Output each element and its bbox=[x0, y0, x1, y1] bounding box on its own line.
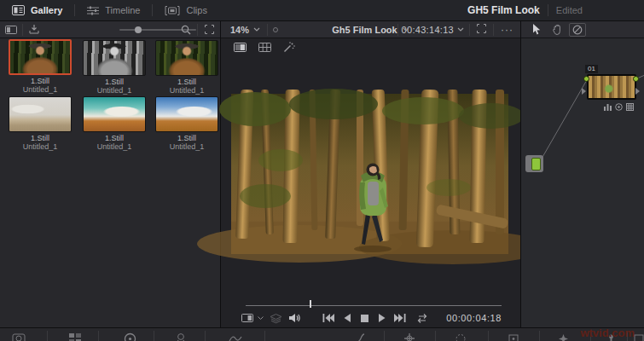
wipe-mode-button[interactable] bbox=[232, 42, 247, 53]
still-thumbnail[interactable] bbox=[83, 40, 146, 76]
rgb-mixer-icon[interactable] bbox=[229, 332, 242, 341]
still-thumbnail[interactable] bbox=[83, 96, 146, 132]
unmix-chevron[interactable] bbox=[256, 309, 264, 327]
gallery-expand-button[interactable] bbox=[198, 21, 220, 38]
playhead-marker[interactable] bbox=[310, 300, 311, 308]
still-item-5[interactable]: 1.Still Untitled_1 bbox=[83, 96, 146, 151]
stills-grid: 1.Still Untitled_1 1.Still Untitled_1 1.… bbox=[0, 38, 220, 327]
grab-still-icon bbox=[29, 25, 39, 34]
slider-thumb[interactable] bbox=[135, 26, 142, 33]
edited-status: Edited bbox=[556, 5, 583, 15]
album-panel-toggle-button[interactable] bbox=[0, 21, 22, 38]
viewer-expand-button[interactable] bbox=[470, 24, 493, 35]
selection-tool-button[interactable] bbox=[528, 23, 545, 37]
still-thumbnail[interactable] bbox=[9, 39, 72, 75]
node-rgb-input-dot[interactable] bbox=[583, 76, 589, 82]
pan-tool-button[interactable] bbox=[548, 23, 566, 37]
step-back-button[interactable] bbox=[340, 309, 354, 327]
audio-mute-button[interactable] bbox=[286, 309, 303, 327]
scopes-icon[interactable] bbox=[634, 332, 644, 341]
node-rgb-output-dot[interactable] bbox=[633, 76, 639, 82]
auto-color-button[interactable] bbox=[281, 42, 297, 53]
window-icon[interactable] bbox=[455, 332, 467, 341]
still-thumbnail[interactable] bbox=[155, 40, 218, 76]
still-subtitle: Untitled_1 bbox=[9, 142, 72, 151]
still-thumbnail[interactable] bbox=[155, 96, 218, 132]
watermark: wtvid.com bbox=[580, 327, 635, 339]
viewer-panel: 14% Gh5 Film Look 00:43:14:13 bbox=[221, 21, 520, 327]
viewer-video-frame[interactable] bbox=[231, 94, 508, 254]
grade-title: GH5 Film Look bbox=[467, 4, 540, 16]
viewer-options-menu[interactable]: ··· bbox=[494, 24, 520, 36]
viewer-zoom-control[interactable]: 14% bbox=[221, 25, 267, 35]
play-button[interactable] bbox=[375, 309, 389, 327]
go-to-first-frame-button[interactable] bbox=[320, 309, 337, 327]
davinci-resolve-color-page: Gallery Timeline Clips GH5 Film Look E bbox=[0, 0, 644, 341]
unmix-button[interactable] bbox=[240, 309, 255, 327]
bypass-dot-icon[interactable] bbox=[273, 27, 278, 32]
search-button[interactable] bbox=[175, 21, 197, 38]
image-wipe-icon bbox=[234, 43, 247, 52]
play-icon bbox=[379, 314, 386, 322]
hand-icon bbox=[553, 25, 562, 35]
clips-icon bbox=[165, 6, 180, 15]
stop-button[interactable] bbox=[357, 309, 371, 327]
tab-gallery[interactable]: Gallery bbox=[0, 0, 74, 20]
still-thumbnail[interactable] bbox=[9, 96, 72, 132]
still-subtitle: Untitled_1 bbox=[83, 142, 146, 151]
still-name: 1.Still bbox=[9, 134, 72, 142]
still-name: 1.Still bbox=[155, 134, 218, 142]
gallery-icon bbox=[12, 5, 25, 15]
source-node-green bbox=[531, 158, 541, 170]
go-to-last-frame-button[interactable] bbox=[392, 309, 409, 327]
still-item-4[interactable]: 1.Still Untitled_1 bbox=[9, 96, 72, 151]
hdr-wheels-icon[interactable] bbox=[175, 332, 187, 341]
node-panel: 01 bbox=[520, 21, 644, 327]
node-key-output-triangle[interactable] bbox=[635, 88, 640, 95]
lightbox-button[interactable] bbox=[267, 309, 284, 327]
chevron-down-icon bbox=[457, 27, 464, 32]
still-item-3[interactable]: 1.Still Untitled_1 bbox=[155, 40, 218, 95]
expand-icon bbox=[477, 24, 486, 33]
loop-button[interactable] bbox=[414, 309, 431, 327]
curves-icon[interactable] bbox=[352, 332, 365, 341]
viewer-scrub-bar[interactable] bbox=[246, 305, 502, 306]
source-timecode[interactable]: 00:43:14:13 bbox=[398, 25, 457, 35]
color-match-icon[interactable] bbox=[68, 332, 82, 341]
source-input-node[interactable] bbox=[525, 155, 543, 172]
qualifier-icon[interactable] bbox=[403, 332, 415, 341]
project-title-area: GH5 Film Look Edited bbox=[467, 4, 644, 16]
corrector-node-01[interactable] bbox=[587, 74, 636, 100]
viewer-toolbar: 14% Gh5 Film Look 00:43:14:13 bbox=[221, 21, 520, 38]
tab-timeline[interactable]: Timeline bbox=[75, 0, 152, 20]
split-view-icon bbox=[241, 314, 253, 322]
still-item-6[interactable]: 1.Still Untitled_1 bbox=[155, 96, 218, 151]
palette-toolbar bbox=[0, 327, 644, 341]
split-screen-button[interactable] bbox=[257, 42, 272, 53]
still-subtitle: Untitled_1 bbox=[155, 86, 218, 95]
chevron-down-icon bbox=[258, 316, 264, 320]
node-number-label: 01 bbox=[585, 65, 598, 73]
divider bbox=[548, 4, 548, 16]
still-name: 1.Still bbox=[83, 134, 146, 142]
tracker-icon[interactable] bbox=[508, 332, 519, 341]
node-toolbar bbox=[521, 21, 644, 38]
bypass-grades-button[interactable] bbox=[569, 23, 586, 37]
still-item-1[interactable]: 1.Still Untitled_1 bbox=[9, 39, 72, 94]
tab-clips[interactable]: Clips bbox=[153, 0, 218, 20]
node-graph[interactable]: 01 bbox=[521, 38, 644, 327]
still-name: 1.Still bbox=[155, 78, 218, 86]
tab-gallery-label: Gallery bbox=[31, 5, 62, 15]
color-wheels-icon[interactable] bbox=[124, 332, 136, 341]
node-key-input-triangle[interactable] bbox=[582, 88, 586, 95]
still-item-2[interactable]: 1.Still Untitled_1 bbox=[83, 40, 146, 95]
magic-wand-icon bbox=[283, 42, 295, 53]
camera-raw-icon[interactable] bbox=[12, 332, 26, 341]
grab-still-button[interactable] bbox=[23, 21, 45, 38]
divider bbox=[267, 24, 268, 36]
grade-name[interactable]: Gh5 Film Look bbox=[332, 25, 397, 35]
magic-mask-icon[interactable] bbox=[558, 332, 569, 341]
grid-view-icon bbox=[258, 43, 271, 52]
layers-icon bbox=[270, 314, 282, 323]
search-icon bbox=[181, 25, 191, 35]
